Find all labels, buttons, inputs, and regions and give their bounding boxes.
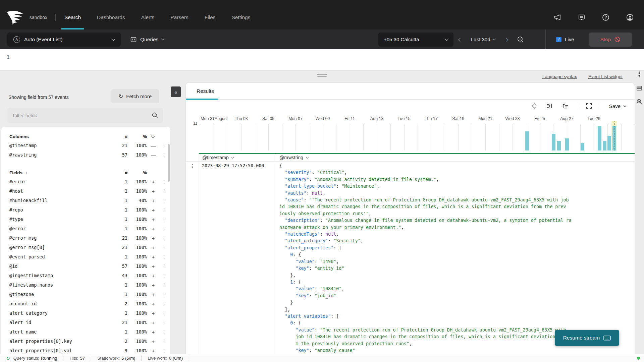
nav-item-search[interactable]: Search [64, 5, 82, 29]
columns-refresh-icon[interactable]: ⟳ [147, 133, 160, 139]
field-menu-button[interactable]: ⋮ [160, 207, 168, 213]
save-menu[interactable]: Save [609, 103, 626, 109]
filter-fields-input[interactable] [7, 108, 163, 123]
add-field-button[interactable]: + [147, 348, 160, 354]
search-icon[interactable] [152, 112, 158, 119]
add-field-button[interactable]: + [147, 282, 160, 288]
field-row[interactable]: @id57100%+⋮ [1, 261, 170, 271]
nav-item-settings[interactable]: Settings [231, 5, 251, 29]
field-menu-button[interactable]: ⋮ [160, 217, 168, 222]
add-field-button[interactable]: + [147, 254, 160, 260]
fetch-more-button[interactable]: ↻ Fetch more [111, 89, 159, 103]
field-row[interactable]: @timezone1100%+⋮ [1, 290, 170, 299]
time-back-button[interactable] [457, 35, 464, 45]
field-row[interactable]: @event_parsed1100%+⋮ [1, 252, 170, 261]
field-row[interactable]: @error_msg21100%+⋮ [1, 233, 170, 243]
nav-item-files[interactable]: Files [204, 5, 216, 29]
add-field-button[interactable]: + [147, 310, 160, 316]
field-menu-button[interactable]: ⋮ [160, 292, 168, 297]
field-row[interactable]: @timestamp.nanos1100%+⋮ [1, 280, 170, 290]
live-toggle[interactable]: ✓ Live [556, 37, 574, 42]
server-icon[interactable] [636, 85, 643, 92]
field-menu-button[interactable]: ⋮ [160, 226, 168, 231]
field-row[interactable]: #repo1100%+⋮ [1, 205, 170, 215]
field-menu-button[interactable]: ⋮ [160, 179, 168, 184]
editor-resize-handle[interactable] [317, 74, 327, 78]
field-row[interactable]: account_id2100%+⋮ [1, 299, 170, 308]
field-menu-button[interactable]: ⋮ [160, 301, 168, 306]
feedback-icon[interactable] [578, 13, 586, 21]
add-field-button[interactable]: + [147, 320, 160, 325]
add-field-button[interactable]: + [147, 263, 160, 269]
add-field-button[interactable]: + [147, 217, 160, 222]
field-menu-button[interactable]: ⋮ [160, 263, 168, 269]
field-menu-button[interactable]: ⋮ [160, 348, 168, 353]
announcements-icon[interactable] [553, 13, 561, 21]
field-menu-button[interactable]: ⋮ [160, 273, 168, 278]
help-icon[interactable] [602, 13, 610, 21]
field-row[interactable]: @rawstring57100%—⋮ [1, 150, 170, 160]
tab-results[interactable]: Results [186, 83, 225, 100]
field-menu-button[interactable]: ⋮ [160, 198, 168, 203]
event-list-widget-link[interactable]: Event List widget [588, 74, 623, 79]
account-icon[interactable] [626, 13, 634, 21]
column-header-rawstring[interactable]: @rawstring [276, 153, 635, 162]
add-field-button[interactable]: + [147, 292, 160, 297]
collapse-fields-panel-button[interactable]: « [171, 86, 181, 97]
field-row[interactable]: @error_msg[0]21100%+⋮ [1, 243, 170, 252]
fullscreen-icon[interactable] [585, 102, 593, 110]
field-row[interactable]: alert_properties[0].key2100%+⋮ [1, 337, 170, 346]
field-menu-button[interactable]: ⋮ [160, 152, 168, 158]
add-field-button[interactable]: + [147, 273, 160, 279]
crowdstrike-falcon-logo[interactable] [6, 10, 24, 25]
field-row[interactable]: @error1100%+⋮ [1, 224, 170, 233]
collapse-panel-icon[interactable] [636, 71, 643, 78]
live-checkbox[interactable]: ✓ [556, 37, 561, 42]
field-row[interactable]: alert_category1100%+⋮ [1, 308, 170, 318]
nav-item-dashboards[interactable]: Dashboards [96, 5, 126, 29]
add-field-button[interactable]: + [147, 226, 160, 232]
field-row[interactable]: alert_properties[0].val9100%+⋮ [1, 346, 170, 354]
field-menu-button[interactable]: ⋮ [160, 310, 168, 316]
field-row[interactable]: alert_name1100%+⋮ [1, 327, 170, 337]
field-menu-button[interactable]: ⋮ [160, 282, 168, 288]
resume-stream-button[interactable]: Resume stream [555, 330, 619, 346]
add-field-button[interactable]: + [147, 188, 160, 194]
fields-scrollbar-thumb[interactable] [168, 144, 170, 182]
field-row[interactable]: @timestamp21100%—⋮ [1, 141, 170, 150]
field-menu-button[interactable]: ⋮ [160, 339, 168, 344]
add-field-button[interactable]: + [147, 339, 160, 344]
remove-column-button[interactable]: — [147, 152, 160, 158]
add-field-button[interactable]: + [147, 245, 160, 250]
field-row[interactable]: @ingesttimestamp43100%+⋮ [1, 271, 170, 280]
field-row[interactable]: #humioBackfill140%+⋮ [1, 196, 170, 205]
crosshair-icon[interactable] [531, 102, 538, 110]
nav-item-alerts[interactable]: Alerts [141, 5, 155, 29]
column-header-timestamp[interactable]: @timestamp [199, 153, 276, 162]
query-editor[interactable]: 1 [0, 49, 644, 71]
event-row-menu-button[interactable]: ⋮ [190, 163, 195, 169]
time-forward-button[interactable] [503, 35, 509, 45]
field-menu-button[interactable]: ⋮ [160, 235, 168, 241]
field-menu-button[interactable]: ⋮ [160, 143, 168, 148]
timezone-selector[interactable]: +05:30 Calcutta [378, 33, 453, 47]
time-range-selector[interactable]: Last 30d [471, 37, 495, 42]
field-menu-button[interactable]: ⋮ [160, 254, 168, 259]
add-field-button[interactable]: + [147, 301, 160, 307]
field-row[interactable]: #type1100%+⋮ [1, 215, 170, 224]
field-row[interactable]: #error1100%+⋮ [1, 177, 170, 186]
language-syntax-link[interactable]: Language syntax [542, 74, 577, 79]
sort-ascending-icon[interactable] [561, 102, 569, 110]
stop-button[interactable]: Stop [589, 33, 632, 47]
add-field-button[interactable]: + [147, 207, 160, 213]
view-mode-selector[interactable]: A Auto (Event List) [7, 33, 121, 47]
zoom-out-icon[interactable] [517, 36, 524, 43]
field-row[interactable]: alert_id21100%+⋮ [1, 318, 170, 327]
field-menu-button[interactable]: ⋮ [160, 188, 168, 194]
timeline-plot-area[interactable]: Mon 31AugustThu 03Sat 05Mon 07Wed 09Fri … [200, 112, 634, 151]
field-menu-button[interactable]: ⋮ [160, 245, 168, 250]
tail-events-icon[interactable] [546, 102, 553, 110]
add-field-button[interactable]: + [147, 198, 160, 203]
field-row[interactable]: #host1100%+⋮ [1, 186, 170, 196]
field-menu-button[interactable]: ⋮ [160, 329, 168, 335]
